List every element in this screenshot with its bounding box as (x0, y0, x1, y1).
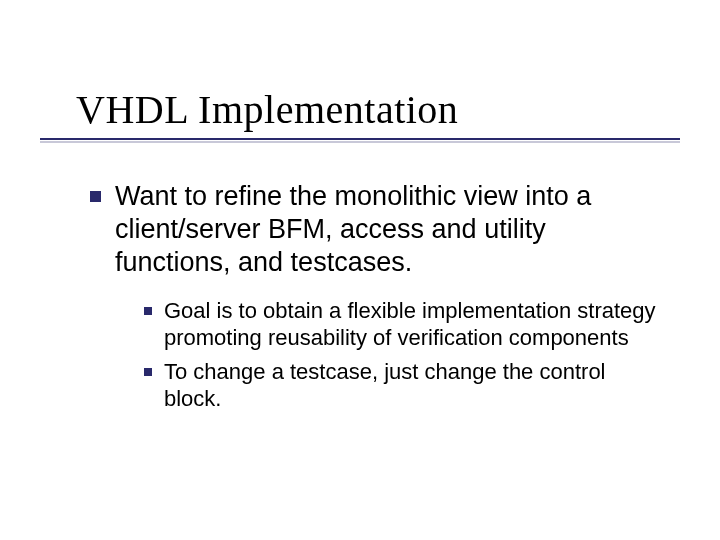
bullet-text: Want to refine the monolithic view into … (115, 180, 660, 279)
title-underline (40, 138, 680, 140)
title-underline-shadow (40, 141, 680, 143)
square-bullet-icon (90, 191, 101, 202)
slide: VHDL Implementation Want to refine the m… (0, 0, 720, 540)
sub-list: Goal is to obtain a flexible implementat… (144, 297, 660, 413)
square-bullet-icon (144, 307, 152, 315)
list-item: To change a testcase, just change the co… (144, 358, 660, 413)
bullet-text: To change a testcase, just change the co… (164, 358, 660, 413)
square-bullet-icon (144, 368, 152, 376)
list-item: Goal is to obtain a flexible implementat… (144, 297, 660, 352)
list-item: Want to refine the monolithic view into … (90, 180, 660, 279)
body-area: Want to refine the monolithic view into … (90, 180, 660, 419)
title-area: VHDL Implementation (76, 86, 680, 139)
bullet-text: Goal is to obtain a flexible implementat… (164, 297, 660, 352)
page-title: VHDL Implementation (76, 86, 680, 139)
